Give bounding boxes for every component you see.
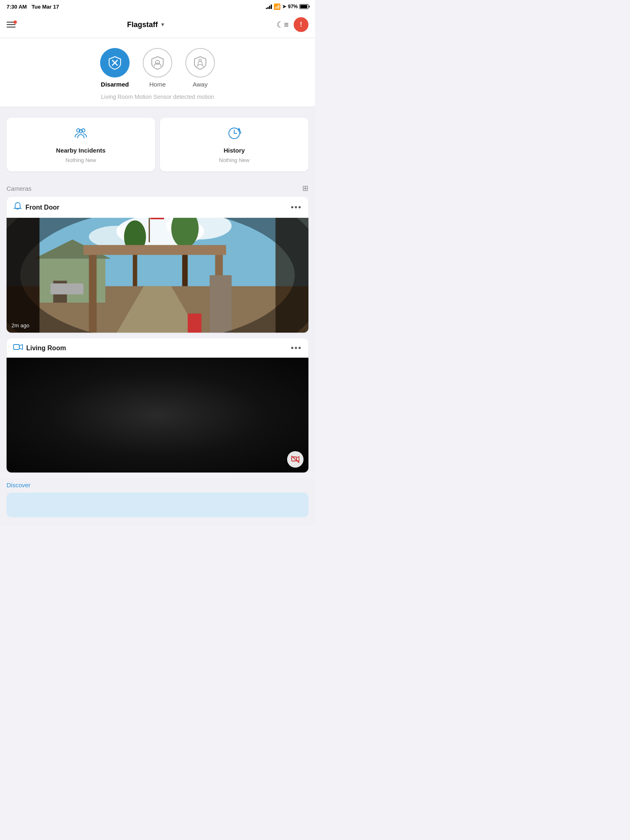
alert-button[interactable]: ! <box>294 17 308 32</box>
svg-rect-40 <box>14 345 19 349</box>
video-slash-icon <box>291 456 299 463</box>
grid-view-icon[interactable]: ⊞ <box>302 184 308 193</box>
motion-status-text: Living Room Motion Sensor detected motio… <box>101 94 214 100</box>
header: Flagstaff ▼ ☾≡ ! <box>0 13 315 38</box>
disarmed-label: Disarmed <box>101 81 129 88</box>
svg-rect-42 <box>292 457 297 461</box>
mode-buttons: Disarmed Home <box>100 48 215 88</box>
battery-icon <box>299 4 308 9</box>
away-label: Away <box>193 81 208 88</box>
disarmed-shield-icon <box>107 55 122 70</box>
svg-rect-32 <box>50 283 83 294</box>
svg-rect-27 <box>89 248 97 333</box>
status-bar-left: 7:30 AM Tue Mar 17 <box>7 4 59 10</box>
moon-icon[interactable]: ☾≡ <box>276 20 289 30</box>
svg-line-5 <box>203 65 203 67</box>
home-label: Home <box>149 81 166 88</box>
date-display: Tue Mar 17 <box>32 4 59 10</box>
cameras-label: Cameras <box>7 185 32 192</box>
notification-dot <box>14 21 17 24</box>
living-room-more-button[interactable]: ••• <box>291 343 302 353</box>
front-door-video <box>7 218 308 333</box>
nearby-incidents-icon <box>73 126 88 144</box>
hamburger-icon <box>7 27 16 27</box>
hamburger-icon <box>7 24 16 25</box>
discover-banner[interactable] <box>7 493 308 517</box>
front-door-timestamp: 2m ago <box>11 322 29 329</box>
menu-button[interactable] <box>7 22 16 27</box>
cards-row: Nearby Incidents Nothing New History Not… <box>0 111 315 178</box>
front-door-camera-card: Front Door ••• <box>7 197 308 333</box>
location-name: Flagstaff <box>127 21 158 29</box>
history-title: History <box>224 147 245 154</box>
living-room-video-dark <box>7 358 308 472</box>
cameras-header: Cameras ⊞ <box>7 181 308 197</box>
section-divider <box>0 107 315 111</box>
camera-card-header: Front Door ••• <box>7 197 308 218</box>
status-bar-right: 📶 ➤ 97% <box>266 3 308 10</box>
discover-section: Discover <box>0 478 315 525</box>
svg-line-4 <box>197 65 198 67</box>
svg-marker-12 <box>238 128 240 130</box>
discover-label: Discover <box>7 482 308 488</box>
away-mode-button[interactable]: Away <box>185 48 215 88</box>
camera-icon <box>13 343 23 353</box>
location-title[interactable]: Flagstaff ▼ <box>127 21 165 29</box>
living-room-name-row: Living Room <box>13 343 66 353</box>
location-arrow-icon: ➤ <box>282 4 286 9</box>
people-icon <box>73 126 88 141</box>
living-room-camera-card: Living Room ••• <box>7 338 308 472</box>
disarmed-button[interactable]: Disarmed <box>100 48 130 88</box>
svg-rect-34 <box>151 218 164 219</box>
living-room-camera-header: Living Room ••• <box>7 338 308 358</box>
header-actions: ☾≡ ! <box>276 17 308 32</box>
doorbell-icon <box>13 202 22 213</box>
clock-replay-icon <box>227 126 242 141</box>
history-subtitle: Nothing New <box>219 157 249 163</box>
disarmed-icon-circle <box>100 48 130 78</box>
security-section: Disarmed Home <box>0 38 315 107</box>
camera-offline-button[interactable] <box>287 451 304 468</box>
camera-more-button[interactable]: ••• <box>291 203 302 212</box>
alert-icon: ! <box>300 21 302 28</box>
nearby-incidents-subtitle: Nothing New <box>66 157 96 163</box>
bell-icon <box>13 202 22 211</box>
svg-rect-31 <box>188 314 201 333</box>
nearby-incidents-card[interactable]: Nearby Incidents Nothing New <box>7 118 155 171</box>
living-room-label: Living Room <box>26 345 66 352</box>
home-icon-circle <box>143 48 172 78</box>
front-door-label: Front Door <box>25 204 59 211</box>
video-camera-icon <box>13 343 23 351</box>
away-shield-icon <box>193 55 208 70</box>
home-shield-icon <box>150 55 165 70</box>
wifi-icon: 📶 <box>274 3 281 10</box>
chevron-down-icon: ▼ <box>160 22 165 27</box>
home-mode-button[interactable]: Home <box>143 48 172 88</box>
living-room-feed[interactable] <box>7 358 308 472</box>
away-icon-circle <box>185 48 215 78</box>
svg-marker-41 <box>19 345 23 349</box>
history-card[interactable]: History Nothing New <box>160 118 308 171</box>
front-door-feed[interactable]: 2m ago <box>7 218 308 333</box>
svg-rect-29 <box>83 245 226 255</box>
cameras-section: Cameras ⊞ Front Door ••• <box>0 178 315 472</box>
history-icon <box>227 126 242 144</box>
battery-percentage: 97% <box>288 4 298 9</box>
signal-icon <box>266 4 272 9</box>
nearby-incidents-title: Nearby Incidents <box>56 147 106 154</box>
svg-rect-30 <box>210 275 232 333</box>
status-bar: 7:30 AM Tue Mar 17 📶 ➤ 97% <box>0 0 315 13</box>
time-display: 7:30 AM <box>7 4 27 10</box>
camera-name-row: Front Door <box>13 202 59 213</box>
